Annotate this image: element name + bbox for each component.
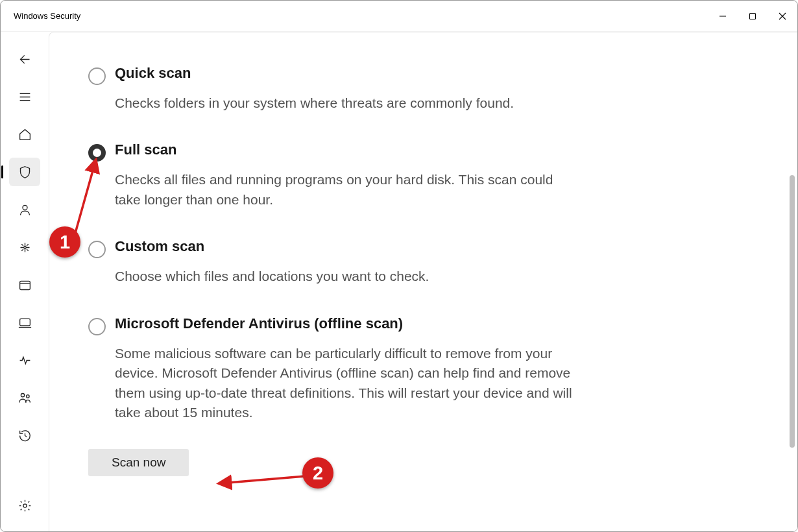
option-custom-scan[interactable]: Custom scan Choose which files and locat… (88, 238, 581, 286)
svg-point-9 (23, 246, 26, 248)
option-title: Microsoft Defender Antivirus (offline sc… (115, 315, 581, 332)
scan-options-panel: Quick scan Checks folders in your system… (49, 32, 797, 531)
svg-point-8 (23, 205, 27, 210)
option-offline-scan[interactable]: Microsoft Defender Antivirus (offline sc… (88, 315, 581, 423)
svg-rect-12 (19, 319, 30, 326)
window-title: Windows Security (14, 11, 80, 21)
sidebar-item-firewall[interactable] (9, 233, 40, 261)
sidebar-item-family[interactable] (9, 383, 40, 412)
svg-line-20 (221, 476, 305, 483)
scrollbar-thumb[interactable] (790, 175, 795, 448)
menu-button[interactable] (9, 82, 40, 111)
sidebar-item-home[interactable] (9, 120, 40, 149)
option-description: Choose which files and locations you wan… (115, 267, 581, 286)
sidebar-item-app-control[interactable] (9, 271, 40, 299)
option-description: Checks folders in your system where thre… (115, 93, 581, 113)
sidebar-nav (1, 32, 49, 531)
svg-point-16 (23, 503, 26, 507)
radio-quick-scan[interactable] (88, 67, 106, 85)
sidebar-item-history[interactable] (9, 421, 40, 450)
sidebar-item-account[interactable] (9, 195, 40, 224)
option-title: Full scan (115, 141, 581, 158)
scan-now-button[interactable]: Scan now (88, 449, 189, 476)
annotation-step-1: 1 (49, 226, 80, 258)
svg-point-14 (21, 393, 24, 396)
option-full-scan[interactable]: Full scan Checks all files and running p… (88, 141, 581, 210)
option-description: Some malicious software can be particula… (115, 344, 581, 423)
annotation-step-2: 2 (302, 457, 333, 489)
sidebar-item-device-security[interactable] (9, 308, 40, 337)
option-quick-scan[interactable]: Quick scan Checks folders in your system… (88, 65, 581, 113)
sidebar-item-device-performance[interactable] (9, 346, 40, 374)
svg-line-18 (73, 162, 95, 240)
svg-rect-1 (750, 13, 756, 19)
window-controls (708, 1, 797, 31)
sidebar-item-settings[interactable] (9, 491, 40, 520)
title-bar: Windows Security (1, 1, 797, 32)
close-button[interactable] (768, 1, 797, 31)
svg-rect-10 (19, 281, 30, 289)
option-title: Custom scan (115, 238, 581, 255)
annotation-arrow-2 (213, 472, 310, 491)
sidebar-item-virus-protection[interactable] (9, 158, 40, 186)
svg-point-15 (26, 394, 29, 397)
minimize-button[interactable] (708, 1, 738, 31)
maximize-button[interactable] (738, 1, 768, 31)
option-description: Checks all files and running programs on… (115, 170, 581, 210)
radio-offline-scan[interactable] (88, 318, 106, 335)
option-title: Quick scan (115, 65, 581, 82)
back-button[interactable] (9, 45, 40, 73)
